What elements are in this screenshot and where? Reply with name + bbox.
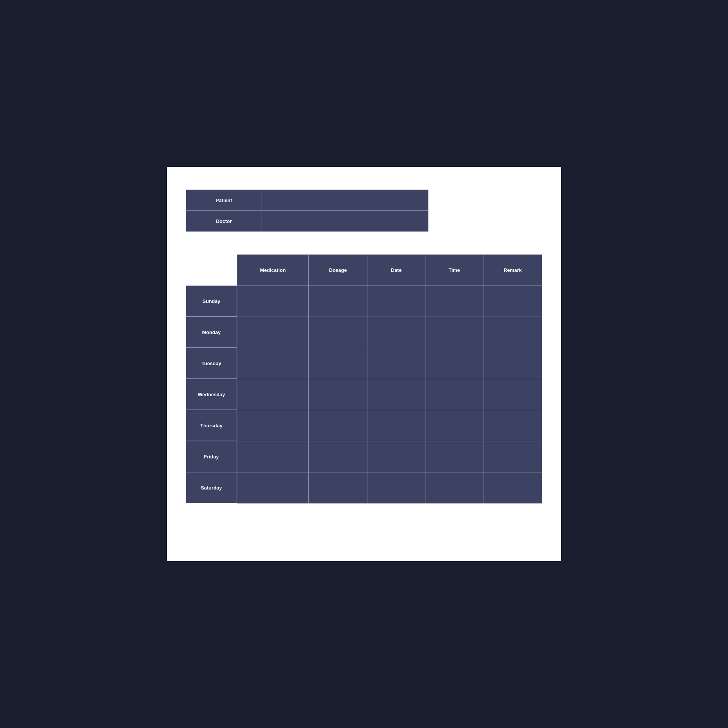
day-cell-tuesday: Tuesday <box>186 348 237 379</box>
col-header-medication: Medication <box>237 255 309 286</box>
cell-saturday-dosage[interactable] <box>309 472 367 504</box>
cell-saturday-medication[interactable] <box>237 472 309 504</box>
cell-saturday-date[interactable] <box>367 472 425 504</box>
cell-saturday-remark[interactable] <box>483 472 542 504</box>
schedule-section: SundayMondayTuesdayWednesdayThursdayFrid… <box>186 254 542 504</box>
day-cell-saturday: Saturday <box>186 472 237 503</box>
doctor-label: Doctor <box>186 211 262 232</box>
schedule-row-saturday <box>237 472 542 504</box>
header-row: MedicationDosageDateTimeRemark <box>237 255 542 286</box>
page-container: Patient Doctor SundayMondayTuesdayWednes… <box>167 167 561 561</box>
doctor-row: Doctor <box>186 211 428 232</box>
cell-friday-dosage[interactable] <box>309 441 367 472</box>
cell-friday-medication[interactable] <box>237 441 309 472</box>
cell-thursday-remark[interactable] <box>483 410 542 441</box>
patient-value[interactable] <box>262 190 428 211</box>
cell-tuesday-remark[interactable] <box>483 348 542 379</box>
cell-tuesday-medication[interactable] <box>237 348 309 379</box>
cell-wednesday-time[interactable] <box>425 379 483 410</box>
cell-monday-dosage[interactable] <box>309 317 367 348</box>
schedule-row-monday <box>237 317 542 348</box>
cell-tuesday-date[interactable] <box>367 348 425 379</box>
schedule-row-friday <box>237 441 542 472</box>
cell-saturday-time[interactable] <box>425 472 483 504</box>
day-cell-thursday: Thursday <box>186 410 237 441</box>
cell-sunday-medication[interactable] <box>237 286 309 317</box>
cell-monday-medication[interactable] <box>237 317 309 348</box>
cell-thursday-medication[interactable] <box>237 410 309 441</box>
day-cell-friday: Friday <box>186 441 237 472</box>
cell-tuesday-dosage[interactable] <box>309 348 367 379</box>
cell-friday-date[interactable] <box>367 441 425 472</box>
cell-thursday-date[interactable] <box>367 410 425 441</box>
cell-tuesday-time[interactable] <box>425 348 483 379</box>
cell-monday-date[interactable] <box>367 317 425 348</box>
schedule-row-sunday <box>237 286 542 317</box>
doctor-value[interactable] <box>262 211 428 232</box>
cell-thursday-dosage[interactable] <box>309 410 367 441</box>
schedule-row-wednesday <box>237 379 542 410</box>
days-column: SundayMondayTuesdayWednesdayThursdayFrid… <box>186 286 237 503</box>
cell-sunday-time[interactable] <box>425 286 483 317</box>
schedule-body <box>237 286 542 504</box>
cell-friday-time[interactable] <box>425 441 483 472</box>
day-cell-wednesday: Wednesday <box>186 379 237 410</box>
cell-thursday-time[interactable] <box>425 410 483 441</box>
cell-sunday-dosage[interactable] <box>309 286 367 317</box>
col-header-date: Date <box>367 255 425 286</box>
cell-wednesday-date[interactable] <box>367 379 425 410</box>
info-table: Patient Doctor <box>186 190 428 232</box>
cell-friday-remark[interactable] <box>483 441 542 472</box>
cell-sunday-date[interactable] <box>367 286 425 317</box>
cell-wednesday-dosage[interactable] <box>309 379 367 410</box>
day-cell-sunday: Sunday <box>186 286 237 317</box>
schedule-table: MedicationDosageDateTimeRemark <box>237 254 542 504</box>
info-section: Patient Doctor <box>186 190 542 232</box>
cell-sunday-remark[interactable] <box>483 286 542 317</box>
patient-row: Patient <box>186 190 428 211</box>
cell-wednesday-remark[interactable] <box>483 379 542 410</box>
cell-wednesday-medication[interactable] <box>237 379 309 410</box>
cell-monday-remark[interactable] <box>483 317 542 348</box>
col-header-dosage: Dosage <box>309 255 367 286</box>
patient-label: Patient <box>186 190 262 211</box>
col-header-remark: Remark <box>483 255 542 286</box>
day-cell-monday: Monday <box>186 317 237 348</box>
schedule-row-tuesday <box>237 348 542 379</box>
cell-monday-time[interactable] <box>425 317 483 348</box>
schedule-row-thursday <box>237 410 542 441</box>
col-header-time: Time <box>425 255 483 286</box>
